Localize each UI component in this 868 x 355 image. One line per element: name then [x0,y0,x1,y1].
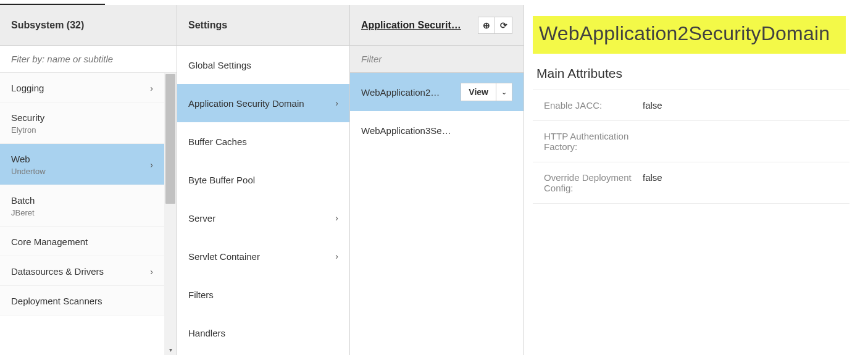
attribute-row: HTTP Authentication Factory: [533,120,849,162]
attribute-value: false [643,100,662,111]
domain-list: WebApplication2…View⌄WebApplication3Secu… [350,73,524,355]
settings-item[interactable]: Servlet Container› [177,237,349,275]
settings-item[interactable]: Application Security Domain› [177,84,349,122]
subsystem-item-title: Core Management [11,236,88,247]
settings-header: Settings [177,5,349,46]
subsystem-header-label: Subsystem (32) [11,20,84,31]
domain-item-name: WebApplication2… [361,87,440,98]
subsystem-item[interactable]: Logging› [0,73,164,102]
settings-item-label: Buffer Caches [188,136,247,147]
scroll-thumb[interactable] [165,74,175,204]
subsystem-scrollbar[interactable]: ▴ ▾ [164,73,177,355]
subsystem-item[interactable]: Core Management [0,227,164,256]
chevron-right-icon: › [335,98,338,108]
subsystem-column: Subsystem (32) Logging›SecurityElytronWe… [0,5,177,355]
settings-item-label: Global Settings [188,60,251,70]
settings-item[interactable]: Buffer Caches [177,122,349,161]
settings-header-label: Settings [188,20,227,31]
chevron-right-icon: › [150,83,153,93]
settings-list: Global SettingsApplication Security Doma… [177,46,349,355]
settings-item-label: Application Security Domain [188,98,304,109]
subsystem-item[interactable]: BatchJBeret [0,185,164,227]
add-button[interactable]: ⊕ [478,17,495,34]
attribute-list: Enable JACC:falseHTTP Authentication Fac… [533,90,849,204]
scroll-down-icon[interactable]: ▾ [164,344,177,355]
domain-filter-label: Filter [350,54,393,64]
chevron-right-icon: › [150,160,153,170]
settings-item[interactable]: Byte Buffer Pool [177,161,349,199]
chevron-right-icon: › [150,267,153,277]
subsystem-item[interactable]: Deployment Scanners [0,286,164,315]
view-dropdown-toggle[interactable]: ⌄ [496,83,512,101]
subsystem-filter-row [0,46,177,73]
settings-item-label: Filters [188,290,214,300]
settings-item-label: Servlet Container [188,251,260,262]
attribute-row: Enable JACC:false [533,90,849,120]
view-button[interactable]: View [461,83,496,101]
domain-filter-row[interactable]: Filter [350,46,524,73]
subsystem-header: Subsystem (32) [0,5,177,46]
detail-title: WebApplication2SecurityDomain [533,16,846,54]
subsystem-item-title: Web [11,154,46,164]
subsystem-item-title: Security [11,112,44,123]
attribute-row: Override Deployment Config:false [533,162,849,204]
view-button-group: View⌄ [461,83,512,101]
settings-item[interactable]: Global Settings [177,46,349,84]
subsystem-item-title: Datasources & Drivers [11,266,104,277]
subsystem-item-subtitle: Elytron [11,125,44,135]
subsystem-item-title: Deployment Scanners [11,296,102,306]
subsystem-item[interactable]: Datasources & Drivers› [0,256,164,286]
plus-icon: ⊕ [483,20,490,30]
attribute-label: Override Deployment Config: [544,172,643,193]
attribute-label: Enable JACC: [544,100,643,111]
attribute-value: false [643,172,662,193]
settings-item-label: Byte Buffer Pool [188,175,255,185]
detail-section-title: Main Attributes [536,66,849,81]
domain-column: Application Securit… ⊕ ⟳ Filter WebAppli… [350,5,524,355]
subsystem-item[interactable]: SecurityElytron [0,102,164,144]
domain-item-name: WebApplication3SecurityDomain [361,125,454,136]
refresh-icon: ⟳ [500,20,507,30]
chevron-right-icon: › [335,251,338,261]
domain-item[interactable]: WebApplication3SecurityDomain [350,111,524,149]
detail-panel: WebApplication2SecurityDomain Main Attri… [524,5,868,355]
settings-item[interactable]: Filters [177,275,349,314]
domain-header: Application Securit… ⊕ ⟳ [350,5,524,46]
settings-item[interactable]: Server› [177,199,349,237]
subsystem-item-subtitle: JBeret [11,208,35,217]
attribute-label: HTTP Authentication Factory: [544,131,643,152]
subsystem-list: Logging›SecurityElytronWebUndertow›Batch… [0,73,164,355]
subsystem-filter-input[interactable] [0,46,177,72]
chevron-right-icon: › [335,213,338,223]
settings-item[interactable]: Handlers [177,314,349,352]
settings-column: Settings Global SettingsApplication Secu… [177,5,350,355]
subsystem-item-title: Batch [11,195,35,206]
domain-header-label[interactable]: Application Securit… [361,20,461,31]
settings-item-label: Server [188,213,215,223]
subsystem-item-subtitle: Undertow [11,167,46,176]
refresh-button[interactable]: ⟳ [495,17,512,34]
settings-item-label: Handlers [188,328,225,338]
subsystem-item-title: Logging [11,83,44,93]
subsystem-item[interactable]: WebUndertow› [0,144,164,185]
domain-item[interactable]: WebApplication2…View⌄ [350,73,524,111]
